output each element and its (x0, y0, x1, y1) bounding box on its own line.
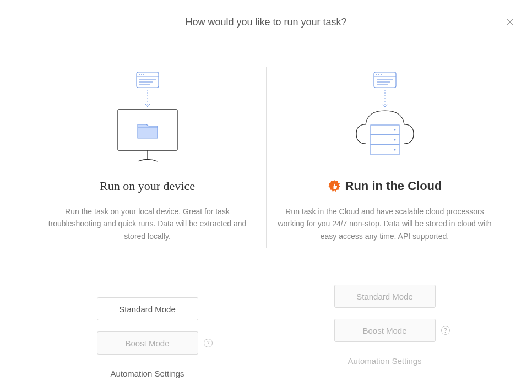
close-icon (506, 18, 514, 26)
option-device: Run on your device Run the task on your … (29, 72, 266, 378)
svg-point-26 (394, 139, 395, 141)
svg-point-16 (378, 74, 379, 75)
cloud-automation-settings[interactable]: Automation Settings (348, 356, 421, 366)
device-description: Run the task on your local device. Great… (40, 205, 255, 242)
svg-point-4 (139, 74, 140, 75)
device-standard-button[interactable]: Standard Mode (97, 297, 198, 320)
cloud-standard-button[interactable]: Standard Mode (334, 285, 436, 308)
cloud-buttons: Standard Mode Boost Mode ? Automation Se… (334, 285, 436, 366)
dialog-title: How would you like to run your task? (17, 17, 515, 28)
device-illustration (109, 72, 186, 166)
cloud-heading-text: Run in the Cloud (345, 179, 442, 193)
close-button[interactable] (504, 17, 515, 28)
thumbs-up-icon (328, 179, 341, 193)
cloud-heading: Run in the Cloud (328, 179, 442, 193)
run-task-dialog: How would you like to run your task? (0, 0, 532, 392)
svg-point-25 (394, 129, 395, 131)
device-automation-settings[interactable]: Automation Settings (110, 369, 184, 378)
svg-point-27 (394, 149, 395, 151)
cloud-boost-button[interactable]: Boost Mode (334, 319, 436, 342)
svg-point-17 (381, 74, 382, 75)
device-buttons: Standard Mode Boost Mode ? Automation Se… (97, 297, 198, 378)
device-boost-button[interactable]: Boost Mode (97, 331, 198, 355)
help-icon[interactable]: ? (204, 339, 213, 347)
cloud-illustration (346, 72, 424, 166)
help-icon[interactable]: ? (441, 326, 450, 335)
option-cloud: Run in the Cloud Run task in the Cloud a… (267, 72, 503, 378)
options-row: Run on your device Run the task on your … (17, 72, 515, 378)
cloud-description: Run task in the Cloud and have scalable … (278, 205, 492, 242)
svg-point-15 (376, 74, 377, 75)
device-heading: Run on your device (100, 179, 195, 193)
svg-point-5 (141, 74, 142, 75)
svg-point-6 (143, 74, 144, 75)
